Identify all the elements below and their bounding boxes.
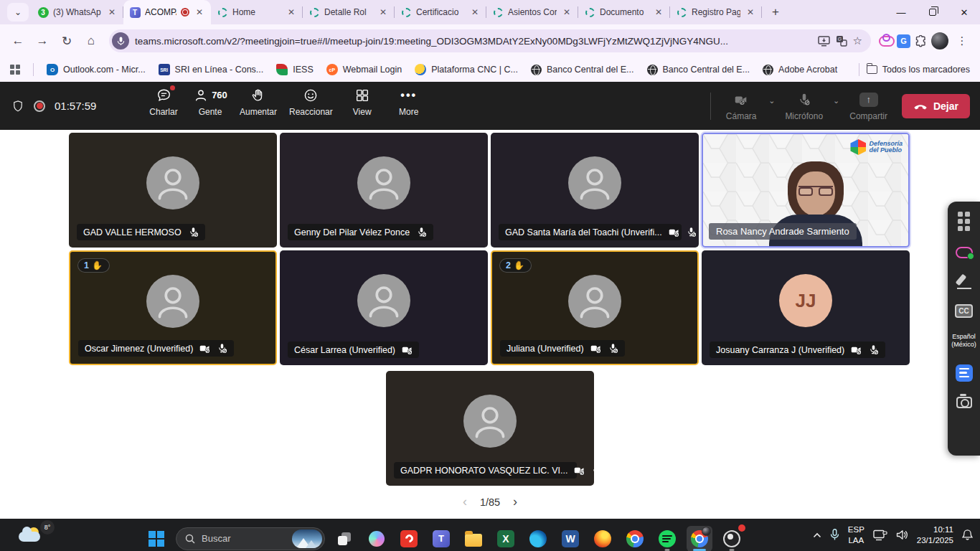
url-text[interactable]: teams.microsoft.com/v2/?meetingjoin=true… [135, 36, 812, 47]
view-button[interactable]: View [342, 85, 382, 118]
browser-menu-kebab-icon[interactable]: ⋮ [951, 30, 973, 52]
home-icon[interactable]: ⌂ [80, 30, 102, 52]
camera-options-chevron-icon[interactable]: ⌄ [768, 96, 775, 105]
cnc-icon [415, 64, 426, 75]
copilot-button[interactable] [364, 526, 390, 551]
browser-profile-avatar[interactable] [931, 32, 948, 50]
tab-close-icon[interactable]: ✕ [106, 6, 118, 18]
network-display-icon[interactable] [873, 529, 887, 541]
address-bar[interactable]: teams.microsoft.com/v2/?meetingjoin=true… [109, 29, 871, 52]
active-speaker-tile[interactable]: Defensoríadel Pueblo Rosa Nancy Andrade … [702, 133, 910, 248]
tab-close-icon[interactable]: ✕ [194, 6, 205, 18]
tab-asientos[interactable]: Asientos Cor ✕ [486, 0, 578, 24]
camera-button-disabled[interactable]: Cámara [721, 90, 761, 123]
copilot-icon [369, 531, 385, 547]
participant-tile[interactable]: César Larrea (Unverified) [280, 250, 488, 365]
volume-icon[interactable] [896, 529, 908, 540]
tray-mic-icon[interactable] [830, 529, 839, 541]
keyboard-language-indicator[interactable]: ESPLAA [848, 524, 864, 546]
notification-bell-icon[interactable] [962, 529, 973, 541]
chrome-active-button[interactable] [687, 526, 712, 551]
tab-search-chevron-icon[interactable]: ⌄ [7, 3, 29, 22]
tab-close-icon[interactable]: ✕ [561, 6, 573, 18]
minimize-button[interactable]: — [885, 1, 917, 23]
forward-icon[interactable]: → [32, 30, 53, 52]
tray-expand-chevron-icon[interactable] [813, 532, 821, 538]
apps-grid-icon[interactable] [958, 212, 970, 231]
previous-page-chevron-icon[interactable]: ‹ [463, 494, 467, 509]
weather-extension-icon[interactable] [878, 35, 894, 47]
taskbar-weather-widget[interactable]: 8° [11, 520, 62, 550]
tab-close-icon[interactable]: ✕ [745, 6, 756, 18]
tab-teams-meeting[interactable]: T ACOMPA ✕ [123, 0, 211, 24]
participant-tile[interactable]: Genny Del Pilar Vélez Ponce [280, 133, 488, 248]
tab-detalle-rol[interactable]: Detalle Rol ✕ [303, 0, 395, 24]
bookmark-iess[interactable]: IESS [276, 64, 314, 75]
screenshot-camera-icon[interactable] [956, 397, 972, 408]
notes-icon[interactable] [956, 364, 973, 382]
tab-close-icon[interactable]: ✕ [377, 6, 389, 18]
edge-button[interactable] [525, 526, 551, 551]
apps-grid-icon[interactable] [10, 65, 20, 75]
participant-tile-hand-raised[interactable]: 2 ✋ Juliana (Unverified) [491, 250, 699, 365]
google-translate-extension-icon[interactable]: G [897, 34, 910, 48]
spotify-button[interactable] [654, 526, 680, 551]
participant-tile[interactable]: GAD Santa María del Toachi (Unverifi... [491, 133, 699, 248]
bookmark-outlook[interactable]: O Outlook.com - Micr... [47, 64, 146, 75]
install-app-icon[interactable] [818, 36, 830, 47]
participant-tile[interactable]: JJ Josuany Carranza J (Unverified) [702, 250, 910, 365]
bookmark-cnc[interactable]: Plataforma CNC | C... [415, 64, 518, 75]
tab-documento[interactable]: Documento ✕ [578, 0, 670, 24]
participant-tile-hand-raised[interactable]: 1 ✋ Oscar Jimenez (Unverified) [69, 250, 277, 365]
obs-button[interactable] [719, 526, 745, 551]
clock[interactable]: 10:1123/1/2025 [917, 524, 953, 546]
next-page-chevron-icon[interactable]: › [513, 494, 517, 509]
all-bookmarks-button[interactable]: Todos los marcadores [867, 65, 970, 75]
word-button[interactable]: W [557, 526, 583, 551]
tab-whatsapp[interactable]: 3 (3) WhatsAp ✕ [32, 0, 123, 24]
start-button[interactable] [143, 526, 169, 551]
tab-certificacion[interactable]: Certificacio ✕ [395, 0, 486, 24]
bookmark-star-icon[interactable]: ☆ [853, 34, 862, 47]
acrobat-button[interactable] [396, 526, 422, 551]
tab-close-icon[interactable]: ✕ [653, 6, 664, 18]
bookmark-sri[interactable]: SRI SRI en Línea - Cons... [159, 64, 264, 75]
mic-options-chevron-icon[interactable]: ⌄ [833, 96, 839, 105]
task-view-button[interactable] [331, 526, 357, 551]
bookmark-banco-central-2[interactable]: Banco Central del E... [647, 65, 750, 75]
site-mic-permission-icon[interactable] [112, 32, 129, 50]
raise-hand-button[interactable]: Aumentar [237, 85, 280, 118]
react-button[interactable]: View Reaccionar [286, 85, 336, 118]
firefox-button[interactable] [590, 526, 616, 551]
restore-button[interactable] [917, 1, 948, 23]
reload-icon[interactable]: ↻ [56, 30, 77, 52]
share-button[interactable]: ↑ Compartir [847, 90, 890, 123]
new-tab-button[interactable]: + [766, 3, 785, 22]
translate-page-icon[interactable]: G [836, 35, 847, 47]
extensions-puzzle-icon[interactable] [915, 35, 927, 47]
more-button[interactable]: ••• More [389, 85, 429, 118]
file-explorer-button[interactable] [461, 526, 486, 551]
participant-tile[interactable]: GADPR HONORATO VASQUEZ LIC. VI... [386, 371, 594, 486]
participant-tile[interactable]: GAD VALLE HERMOSO [69, 133, 277, 248]
people-button[interactable]: 760 Gente [190, 85, 230, 118]
tab-close-icon[interactable]: ✕ [286, 6, 297, 18]
leave-meeting-button[interactable]: Dejar [902, 94, 970, 118]
bookmark-banco-central-1[interactable]: Banco Central del E... [531, 65, 634, 75]
tab-close-icon[interactable]: ✕ [469, 6, 481, 18]
chrome-button[interactable] [622, 526, 648, 551]
bookmark-adobe[interactable]: Adobe Acrobat [763, 65, 837, 75]
teams-app-button[interactable]: T [428, 526, 454, 551]
bookmark-webmail[interactable]: cP Webmail Login [326, 64, 402, 75]
mic-button-disabled[interactable]: Micrófono [782, 90, 826, 123]
cloud-extension-icon[interactable] [956, 246, 973, 258]
excel-button[interactable]: X [493, 526, 519, 551]
chat-button[interactable]: Charlar [143, 85, 184, 118]
back-icon[interactable]: ← [7, 30, 29, 52]
tab-home[interactable]: Home ✕ [211, 0, 303, 24]
close-button[interactable]: ✕ [948, 1, 980, 23]
closed-captions-icon[interactable]: CC [955, 304, 972, 318]
highlighter-icon[interactable] [956, 273, 972, 289]
tab-registro-pagos[interactable]: Registro Pag ✕ [670, 0, 762, 24]
taskbar-search-box[interactable]: Buscar [176, 527, 325, 550]
